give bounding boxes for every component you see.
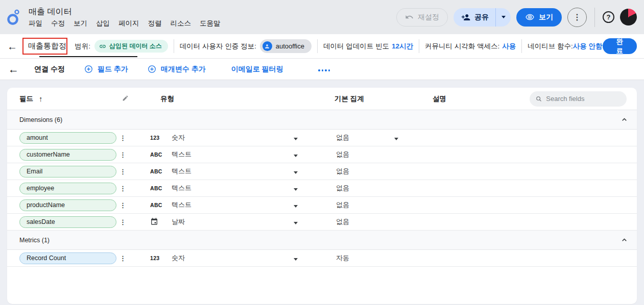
freshness-label: 데이터 업데이트 빈도 <box>323 42 389 51</box>
field-more-options-icon[interactable]: ⋮ <box>120 219 126 225</box>
edit-pencil-icon[interactable] <box>122 94 129 104</box>
collapse-chevron-up-icon[interactable] <box>621 236 628 244</box>
table-header-row: 필드 ↑ 유형 기본 집계 설명 <box>7 88 637 110</box>
back-arrow-icon[interactable]: ← <box>8 64 19 74</box>
user-avatar[interactable] <box>620 9 637 26</box>
column-header-aggregation[interactable]: 기본 집계 <box>335 95 364 103</box>
date-type-icon <box>150 217 165 226</box>
type-label: 날짜 <box>172 217 185 226</box>
field-more-options-icon[interactable]: ⋮ <box>120 186 126 192</box>
app-bar: 매출 데이터 파일수정보기삽입페이지정렬리소스도움말 재설정 공유 보기 ⋮ ? <box>0 0 644 34</box>
scope-label: 범위: <box>75 42 90 51</box>
report-title[interactable]: 매출 데이터 <box>29 7 221 17</box>
eye-icon <box>525 12 535 22</box>
chevron-down-icon[interactable] <box>294 150 298 159</box>
chevron-down-icon[interactable] <box>294 133 298 142</box>
field-more-options-icon[interactable]: ⋮ <box>120 256 126 262</box>
field-table-body: Dimensions (6)amount⋮123숫자없음customerName… <box>7 110 637 267</box>
type-dropdown[interactable]: ABC텍스트 <box>132 150 305 159</box>
help-icon[interactable]: ? <box>603 11 614 23</box>
add-parameter-label: 매개변수 추가 <box>161 65 206 74</box>
back-arrow-icon[interactable]: ← <box>7 41 17 52</box>
type-dropdown[interactable]: 날짜 <box>132 217 305 226</box>
field-name-pill[interactable]: Email <box>19 166 116 177</box>
type-dropdown[interactable]: 123숫자 <box>132 253 305 263</box>
column-header-field[interactable]: 필드 <box>19 94 33 104</box>
freshness-value[interactable]: 12시간 <box>392 42 413 51</box>
field-name-pill[interactable]: salesDate <box>19 216 116 228</box>
menu-item-3[interactable]: 삽입 <box>96 19 110 28</box>
add-parameter-button[interactable]: 매개변수 추가 <box>148 65 206 74</box>
datasource-name-input[interactable] <box>28 42 66 50</box>
section-header: Metrics (1) <box>7 231 637 250</box>
search-fields-box[interactable] <box>530 91 627 107</box>
aggregation-dropdown[interactable]: 없음 <box>305 133 408 142</box>
more-options-button[interactable]: ⋮ <box>567 8 587 27</box>
field-name-pill[interactable]: customerName <box>19 149 116 161</box>
done-button[interactable]: 완료 <box>603 38 637 54</box>
field-more-options-icon[interactable]: ⋮ <box>120 135 126 141</box>
view-button[interactable]: 보기 <box>516 8 562 27</box>
menu-item-2[interactable]: 보기 <box>74 19 87 28</box>
filter-by-email-button[interactable]: 이메일로 필터링 <box>231 65 283 74</box>
share-dropdown-button[interactable] <box>495 8 511 27</box>
menu-item-1[interactable]: 수정 <box>51 19 65 28</box>
field-more-options-icon[interactable]: ⋮ <box>120 152 126 158</box>
search-icon <box>536 95 542 103</box>
menu-item-5[interactable]: 정렬 <box>148 19 162 28</box>
type-dropdown[interactable]: 123숫자 <box>132 133 305 142</box>
chevron-down-icon[interactable] <box>294 253 298 263</box>
aggregation-value: 없음 <box>305 184 408 193</box>
table-row: amount⋮123숫자없음 <box>7 130 637 146</box>
column-header-description[interactable]: 설명 <box>433 95 446 103</box>
credentials-pill[interactable]: autooffice <box>260 39 312 53</box>
chevron-down-icon[interactable] <box>294 167 298 176</box>
datasource-name-box[interactable] <box>22 38 67 55</box>
share-main-segment[interactable]: 공유 <box>454 8 495 27</box>
menu-bar: 파일수정보기삽입페이지정렬리소스도움말 <box>29 19 221 28</box>
field-name-pill[interactable]: amount <box>19 132 116 144</box>
aggregation-label: 없음 <box>336 133 349 142</box>
share-label: 공유 <box>474 13 489 22</box>
number-type-icon: 123 <box>150 255 165 261</box>
type-dropdown[interactable]: ABC텍스트 <box>132 200 305 210</box>
reset-button[interactable]: 재설정 <box>396 8 448 27</box>
field-table-card: 필드 ↑ 유형 기본 집계 설명 Dimensions (6)amount⋮12… <box>7 88 637 304</box>
chevron-down-icon[interactable] <box>294 184 298 193</box>
share-button[interactable]: 공유 <box>454 8 511 27</box>
field-more-options-icon[interactable]: ⋮ <box>120 202 126 209</box>
credentials-label: 데이터 사용자 인증 정보: <box>180 42 256 51</box>
menu-item-4[interactable]: 페이지 <box>118 19 139 28</box>
chevron-down-icon[interactable] <box>294 217 298 226</box>
field-name-pill[interactable]: Record Count <box>19 252 116 264</box>
sort-ascending-icon[interactable]: ↑ <box>39 94 43 103</box>
chevron-down-icon[interactable] <box>394 133 398 142</box>
aggregation-value: 없음 <box>305 200 408 210</box>
column-header-type[interactable]: 유형 <box>160 95 174 103</box>
embedded-source-badge: 삽입된 데이터 소스 <box>94 40 168 53</box>
type-label: 숫자 <box>172 133 185 142</box>
native-functions-value[interactable]: 사용 안함 <box>573 42 603 51</box>
field-name-pill[interactable]: employee <box>19 183 116 194</box>
main-area: 필드 ↑ 유형 기본 집계 설명 Dimensions (6)amount⋮12… <box>0 80 644 305</box>
drag-handle-dots-icon <box>318 69 330 71</box>
community-access-value[interactable]: 사용 <box>502 42 516 51</box>
type-label: 텍스트 <box>172 184 192 193</box>
edit-connection-button[interactable]: 연결 수정 <box>34 65 65 74</box>
chevron-down-icon[interactable] <box>294 200 298 210</box>
section-label: Metrics (1) <box>19 237 50 244</box>
section-label: Dimensions (6) <box>19 116 62 123</box>
type-dropdown[interactable]: ABC텍스트 <box>132 184 305 193</box>
collapse-chevron-up-icon[interactable] <box>621 116 628 123</box>
search-fields-input[interactable] <box>546 95 621 103</box>
view-label: 보기 <box>539 13 553 22</box>
menu-item-7[interactable]: 도움말 <box>200 19 221 28</box>
type-dropdown[interactable]: ABC텍스트 <box>132 167 305 176</box>
add-field-button[interactable]: 필드 추가 <box>84 65 128 74</box>
text-type-icon: ABC <box>150 151 165 158</box>
field-name-pill[interactable]: productName <box>19 199 116 211</box>
menu-item-6[interactable]: 리소스 <box>171 19 192 28</box>
aggregation-label: 없음 <box>336 184 349 193</box>
menu-item-0[interactable]: 파일 <box>29 19 42 28</box>
field-more-options-icon[interactable]: ⋮ <box>120 169 126 175</box>
